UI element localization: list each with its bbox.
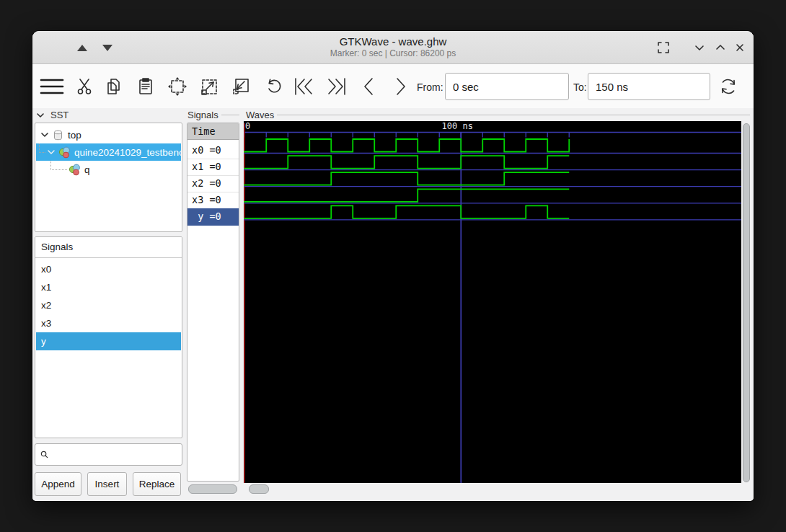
name-row-x0[interactable]: x0 =0 <box>187 142 239 159</box>
name-row-y[interactable]: y =0 <box>187 208 239 226</box>
append-button[interactable]: Append <box>35 472 81 496</box>
signal-facilities-panel: Signals x0 x1 x2 x3 y <box>35 236 182 438</box>
module-icon <box>69 164 81 176</box>
fast-forward-icon[interactable] <box>324 74 348 99</box>
name-row-x2[interactable]: x2 =0 <box>187 175 239 192</box>
to-input[interactable] <box>588 73 710 100</box>
main-content: SST top quine20241029_testbench q Sign <box>32 108 754 501</box>
menu-icon[interactable] <box>40 74 64 99</box>
signals-panel-header: Signals <box>35 237 182 258</box>
waves-frame-label: Waves <box>246 110 750 120</box>
waveform-canvas[interactable]: 0100 ns <box>244 121 741 484</box>
from-input[interactable] <box>445 73 569 100</box>
module-icon <box>58 146 71 159</box>
list-item-x3[interactable]: x3 <box>36 314 181 332</box>
maximize-icon[interactable] <box>711 38 730 57</box>
close-icon[interactable] <box>730 38 749 57</box>
fullscreen-icon[interactable] <box>654 38 673 57</box>
marker-cursor-status: Marker: 0 sec | Cursor: 86200 ps <box>32 48 754 59</box>
tree-item-top[interactable]: top <box>36 126 181 143</box>
to-label: To: <box>573 81 587 93</box>
waves-vscrollbar-thumb[interactable] <box>743 123 750 482</box>
wave-names-panel: Time x0 =0 x1 =0 x2 =0 x3 =0 y =0 <box>187 123 239 482</box>
copy-icon[interactable] <box>102 74 126 99</box>
zoom-fit-icon[interactable] <box>165 74 190 99</box>
tree-guide <box>39 143 45 153</box>
step-right-icon[interactable] <box>388 74 412 99</box>
cut-icon[interactable] <box>72 74 97 99</box>
window-title: GTKWave - wave.ghw <box>32 35 754 48</box>
tree-item-label: top <box>68 130 81 141</box>
search-icon <box>40 449 48 460</box>
tree-item-label: q <box>84 164 90 175</box>
paste-icon[interactable] <box>133 74 158 99</box>
names-frame-label: Signals <box>187 110 239 120</box>
scope-cylinder-icon <box>52 129 64 141</box>
insert-button[interactable]: Insert <box>87 472 127 496</box>
tree-item-q[interactable]: q <box>36 161 181 178</box>
titlebar: GTKWave - wave.ghw Marker: 0 sec | Curso… <box>32 31 754 64</box>
names-hscrollbar-thumb[interactable] <box>188 484 237 494</box>
tree-item-testbench[interactable]: quine20241029_testbench <box>36 143 181 161</box>
svg-text:100 ns: 100 ns <box>442 121 473 131</box>
undo-icon[interactable] <box>262 74 286 99</box>
svg-text:0: 0 <box>245 121 250 131</box>
time-header-button[interactable]: Time <box>187 123 239 140</box>
gtkwave-window: GTKWave - wave.ghw Marker: 0 sec | Curso… <box>32 31 754 501</box>
zoom-in-icon[interactable] <box>197 74 221 99</box>
search-input[interactable] <box>52 448 182 461</box>
list-item-x1[interactable]: x1 <box>36 278 181 296</box>
sst-label: SST <box>50 110 69 120</box>
tree-guide <box>50 161 67 170</box>
toolbar: From: To: <box>32 64 754 108</box>
waveform-svg: 0100 ns <box>244 121 741 484</box>
waves-hscrollbar[interactable] <box>244 483 741 495</box>
reload-icon[interactable] <box>716 74 741 99</box>
minimize-icon[interactable] <box>690 38 709 57</box>
list-item-y[interactable]: y <box>36 332 181 350</box>
list-item-x0[interactable]: x0 <box>36 260 181 278</box>
fast-backward-icon[interactable] <box>292 74 317 99</box>
signal-search-box <box>35 443 182 466</box>
waves-vscrollbar[interactable] <box>743 123 750 483</box>
waves-hscrollbar-thumb[interactable] <box>249 484 269 494</box>
sst-frame-label: SST <box>36 110 180 120</box>
from-label: From: <box>417 81 443 93</box>
name-row-x1[interactable]: x1 =0 <box>187 159 239 176</box>
list-item-x2[interactable]: x2 <box>36 296 181 314</box>
name-row-x3[interactable]: x3 =0 <box>187 192 239 209</box>
replace-button[interactable]: Replace <box>133 472 181 496</box>
zoom-out-icon[interactable] <box>229 74 253 99</box>
sst-tree: top quine20241029_testbench q <box>35 123 182 232</box>
step-left-icon[interactable] <box>357 74 381 99</box>
tree-item-label: quine20241029_testbench <box>74 147 181 158</box>
